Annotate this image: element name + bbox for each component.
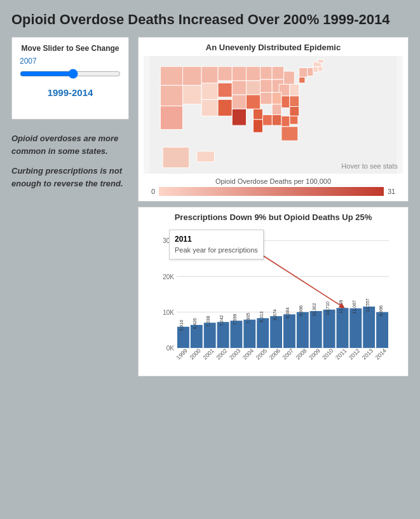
- svg-text:2002: 2002: [215, 348, 228, 361]
- svg-rect-34: [290, 96, 299, 107]
- chart-section: Prescriptions Down 9% but Opioid Deaths …: [138, 207, 409, 377]
- svg-rect-20: [261, 80, 273, 92]
- slider-box: Move Slider to See Change 2007 1999-2014: [11, 37, 129, 120]
- page-title: Opioid Overdose Deaths Increased Over 20…: [11, 11, 409, 28]
- legend-title: Opioid Overdose Deaths per 100,000: [146, 177, 400, 185]
- hover-label: Hover to see stats: [341, 162, 398, 170]
- svg-rect-27: [281, 96, 290, 108]
- svg-rect-40: [262, 115, 272, 126]
- svg-rect-5: [183, 86, 202, 105]
- svg-text:0K: 0K: [166, 345, 175, 352]
- svg-text:2010: 2010: [321, 348, 334, 361]
- svg-rect-2: [160, 86, 182, 106]
- map-container: Hover to see stats: [144, 56, 403, 174]
- svg-text:30K: 30K: [163, 238, 174, 245]
- svg-text:2008: 2008: [295, 348, 308, 361]
- svg-rect-12: [232, 81, 246, 95]
- svg-rect-29: [308, 68, 313, 76]
- legend-area: Opioid Overdose Deaths per 100,000 0 31: [144, 177, 403, 196]
- svg-text:8,874: 8,874: [273, 310, 277, 321]
- svg-rect-39: [281, 116, 290, 127]
- svg-text:2006: 2006: [268, 348, 281, 361]
- svg-rect-43: [281, 127, 298, 141]
- svg-rect-18: [261, 67, 273, 80]
- bar-chart-svg: 0K10K20K30K5,91619996,42620007,03820017,…: [144, 226, 403, 372]
- svg-rect-98: [363, 307, 375, 348]
- legend-max-label: 31: [388, 188, 400, 195]
- svg-rect-35: [290, 107, 299, 116]
- svg-rect-38: [272, 115, 281, 126]
- chart-area: 2011 Peak year for prescriptions 0K10K20…: [144, 226, 403, 372]
- svg-text:20K: 20K: [163, 273, 174, 280]
- svg-rect-22: [284, 71, 295, 84]
- svg-line-104: [254, 250, 342, 307]
- svg-rect-17: [232, 109, 246, 126]
- svg-text:2014: 2014: [374, 348, 388, 361]
- svg-text:2013: 2013: [361, 348, 374, 361]
- svg-rect-25: [261, 93, 273, 105]
- slider-title: Move Slider to See Change: [20, 44, 121, 53]
- page: Opioid Overdose Deaths Increased Over 20…: [0, 0, 420, 519]
- svg-text:10,710: 10,710: [325, 301, 330, 315]
- svg-rect-31: [318, 67, 322, 71]
- svg-text:9,384: 9,384: [285, 308, 290, 319]
- svg-text:7,242: 7,242: [219, 315, 224, 327]
- svg-text:2001: 2001: [201, 348, 215, 361]
- svg-rect-45: [299, 78, 305, 83]
- svg-text:2009: 2009: [308, 348, 321, 361]
- content-area: Move Slider to See Change 2007 1999-2014…: [11, 37, 409, 377]
- chart-title: Prescriptions Down 9% but Opioid Deaths …: [144, 212, 403, 222]
- svg-rect-10: [232, 67, 246, 81]
- svg-rect-15: [218, 100, 232, 116]
- svg-text:7,905: 7,905: [246, 313, 250, 324]
- svg-rect-1: [160, 67, 182, 86]
- left-panel: Move Slider to See Change 2007 1999-2014…: [11, 37, 129, 377]
- svg-rect-9: [218, 83, 232, 97]
- us-map-svg: [144, 56, 403, 174]
- svg-text:10,302: 10,302: [312, 303, 316, 317]
- svg-rect-7: [218, 67, 232, 81]
- svg-rect-101: [376, 312, 388, 348]
- svg-text:11,067: 11,067: [352, 300, 356, 314]
- left-text: Opioid overdoses are more common in some…: [11, 132, 129, 197]
- year-slider[interactable]: [20, 69, 121, 79]
- svg-text:2005: 2005: [255, 348, 268, 361]
- svg-rect-36: [290, 116, 298, 125]
- svg-text:2000: 2000: [189, 348, 202, 361]
- svg-rect-3: [160, 106, 182, 130]
- svg-rect-33: [318, 60, 323, 64]
- map-title: An Unevenly Distributed Epidemic: [144, 43, 403, 52]
- svg-text:2012: 2012: [348, 348, 361, 361]
- slider-year-value: 2007: [20, 57, 121, 66]
- svg-rect-42: [254, 120, 263, 132]
- legend-min-label: 0: [146, 188, 155, 195]
- map-section: An Unevenly Distributed Epidemic: [138, 37, 409, 202]
- svg-rect-46: [163, 148, 189, 168]
- svg-rect-37: [272, 104, 281, 115]
- right-panel: An Unevenly Distributed Epidemic: [138, 37, 409, 377]
- svg-rect-11: [246, 67, 260, 81]
- svg-rect-19: [272, 67, 284, 80]
- svg-rect-13: [246, 81, 260, 95]
- svg-text:1999: 1999: [175, 348, 189, 361]
- svg-rect-14: [201, 100, 218, 116]
- svg-text:2011: 2011: [334, 348, 348, 361]
- svg-text:6,426: 6,426: [193, 318, 197, 329]
- svg-text:2007: 2007: [281, 348, 295, 361]
- svg-text:7,599: 7,599: [233, 314, 237, 326]
- legend-gradient: [159, 187, 384, 196]
- svg-text:10K: 10K: [163, 309, 174, 316]
- svg-text:11,557: 11,557: [365, 299, 370, 313]
- svg-rect-28: [299, 68, 308, 78]
- svg-rect-30: [313, 67, 318, 73]
- svg-rect-83: [297, 312, 309, 348]
- slider-track[interactable]: [20, 68, 121, 80]
- svg-text:2003: 2003: [228, 348, 241, 361]
- left-text-para1: Opioid overdoses are more common in some…: [11, 132, 129, 157]
- svg-rect-44: [246, 95, 260, 109]
- svg-text:5,916: 5,916: [179, 320, 184, 331]
- svg-rect-8: [201, 83, 218, 100]
- svg-text:8,313: 8,313: [259, 312, 264, 323]
- svg-rect-26: [272, 93, 281, 105]
- svg-rect-16: [232, 95, 246, 109]
